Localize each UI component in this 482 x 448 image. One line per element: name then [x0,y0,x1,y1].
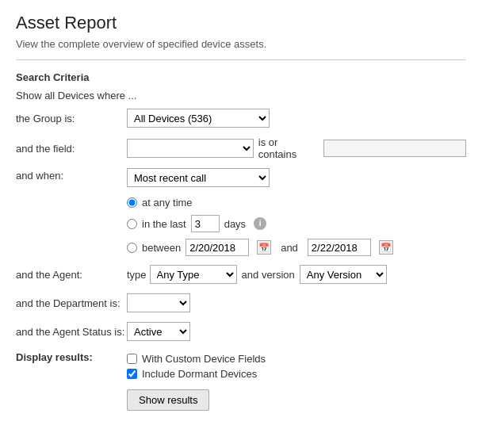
contains-input[interactable] [323,140,466,157]
dormant-checkbox[interactable] [127,369,137,379]
and-date-label: and [281,242,298,254]
display-results-row: Display results: With Custom Device Fiel… [16,350,466,411]
show-results-button[interactable]: Show results [127,389,209,411]
start-calendar-icon[interactable]: 📅 [257,240,271,255]
dept-label: and the Department is: [16,297,127,309]
show-all-text: Show all Devices where ... [16,90,466,101]
and-version-label: and version [242,269,295,281]
page-title: Asset Report [16,13,466,33]
dept-row: and the Department is: Dept 1 Dept 2 [16,293,466,313]
when-label: and when: [16,168,127,182]
between-row: between 📅 and 📅 [127,239,393,256]
agent-type-select[interactable]: Any Type Type A Type B [150,265,237,284]
group-row: the Group is: All Devices (536) Group 1 … [16,108,466,128]
display-results-section: With Custom Device Fields Include Dorman… [127,353,266,411]
divider [16,59,466,60]
at-any-time-row: at any time [127,197,393,209]
custom-fields-checkbox[interactable] [127,354,137,364]
page-subtitle: View the complete overview of specified … [16,38,466,50]
status-row: and the Agent Status is: Active Inactive… [16,321,466,342]
days-input[interactable] [191,215,220,232]
between-radio[interactable] [127,243,137,253]
field-label: and the field: [16,143,127,155]
agent-row: and the Agent: type Any Type Type A Type… [16,264,466,285]
when-row: and when: Most recent call Last seen Fir… [16,168,466,256]
end-calendar-icon[interactable]: 📅 [379,240,393,255]
days-label: days [224,218,246,230]
agent-label: and the Agent: [16,269,127,281]
in-the-last-label: in the last [142,218,186,230]
search-criteria-heading: Search Criteria [16,71,466,83]
agent-type-prefix: type [127,269,147,281]
status-select[interactable]: Active Inactive Any [127,322,190,341]
display-results-label: Display results: [16,350,127,363]
field-row: and the field: is or contains [16,136,466,160]
in-the-last-radio[interactable] [127,219,137,229]
agent-version-select[interactable]: Any Version v1 v2 [300,265,387,284]
status-label: and the Agent Status is: [16,326,127,338]
custom-fields-row: With Custom Device Fields [127,353,266,365]
when-select[interactable]: Most recent call Last seen First seen [127,168,270,187]
group-label: the Group is: [16,113,127,124]
when-block: Most recent call Last seen First seen at… [127,168,393,256]
when-dropdown-row: Most recent call Last seen First seen [127,168,393,187]
custom-fields-label: With Custom Device Fields [142,353,266,365]
start-date-input[interactable] [186,239,249,256]
at-any-time-radio[interactable] [127,197,137,208]
dormant-row: Include Dormant Devices [127,368,266,380]
dormant-label: Include Dormant Devices [142,368,257,380]
in-the-last-row: in the last days i [127,215,393,232]
at-any-time-label: at any time [142,197,193,209]
between-label: between [142,242,181,254]
end-date-input[interactable] [308,239,371,256]
info-icon[interactable]: i [254,217,266,230]
group-select[interactable]: All Devices (536) Group 1 Group 2 [127,109,270,128]
is-or-contains-label: is or contains [258,136,319,160]
dept-select[interactable]: Dept 1 Dept 2 [127,293,190,312]
field-type-select[interactable] [127,139,254,158]
